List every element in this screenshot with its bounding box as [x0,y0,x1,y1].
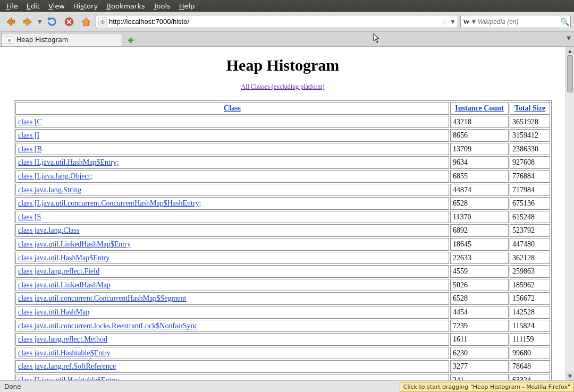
url-bar[interactable]: ◎ ☆ ▼ [96,15,458,28]
search-engine-dropdown[interactable]: ▼ [472,19,476,24]
tab-favicon-icon: ◎ [6,36,13,44]
total-size-cell: 362128 [510,252,550,265]
total-size-cell: 717984 [510,184,550,197]
reload-button[interactable] [45,14,60,29]
total-size-cell: 3651928 [510,116,550,129]
class-link[interactable]: class java.util.HashMap$Entry [18,254,109,262]
table-row: class java.lang.Class6892523792 [15,224,550,237]
class-link[interactable]: class java.lang.String [18,186,81,194]
tabs-dropdown[interactable]: ▼ [567,35,571,41]
class-link[interactable]: class java.lang.ref.SoftReference [18,362,116,370]
menu-bookmarks[interactable]: Bookmarks [102,1,149,11]
total-size-cell: 185962 [510,279,550,292]
menu-history[interactable]: History [69,1,102,11]
search-go-icon[interactable]: 🔍 [560,18,569,26]
total-size-cell: 927608 [510,156,550,169]
sort-size-header[interactable]: Total Size [514,104,545,112]
table-row: class java.lang.ref.SoftReference3277786… [15,360,550,373]
table-row: class java.util.HashMap$Entry22633362128 [15,252,550,265]
menu-file[interactable]: File [2,1,22,11]
recent-pages-dropdown[interactable]: ▼ [37,19,43,24]
table-row: class [Ljava.util.concurrent.ConcurrentH… [15,197,550,210]
class-link[interactable]: class [Ljava.util.HashMap$Entry; [18,158,119,166]
scroll-down-button[interactable]: ▼ [566,372,574,380]
table-row: class java.lang.String44874717984 [15,184,550,197]
total-size-cell: 78648 [510,360,550,373]
table-row: class java.util.concurrent.ConcurrentHas… [15,292,550,305]
instance-count-cell: 4559 [450,265,509,278]
total-size-cell: 99680 [510,347,550,360]
table-row: class [Ljava.util.HashMap$Entry;96349276… [15,156,550,169]
table-row: class [I86563159412 [15,129,550,142]
instance-count-cell: 241 [450,374,509,380]
table-row: class [Ljava.util.Hashtable$Entry;241633… [15,374,550,380]
search-input[interactable] [478,18,558,25]
total-size-cell: 615248 [510,211,550,224]
drag-hint-tooltip: Click to start dragging "Heap Histogram … [400,382,574,392]
instance-count-cell: 6855 [450,170,509,183]
search-engine-icon[interactable]: W [463,18,470,26]
stop-button[interactable] [62,14,77,29]
scroll-up-button[interactable]: ▲ [566,47,574,55]
class-link[interactable]: class [Ljava.lang.Object; [18,172,92,180]
scroll-thumb[interactable] [567,55,573,92]
all-classes-link[interactable]: All Classes (excluding platform) [241,83,325,90]
total-size-cell: 2386330 [510,143,550,156]
class-link[interactable]: class [B [18,145,42,153]
total-size-cell: 776884 [510,170,550,183]
class-link[interactable]: class [Ljava.util.Hashtable$Entry; [18,376,120,380]
class-link[interactable]: class java.util.LinkedHashMap$Entry [18,240,131,248]
instance-count-cell: 6528 [450,197,509,210]
tab-heap-histogram[interactable]: ◎ Heap Histogram [1,33,122,46]
menu-help[interactable]: Help [175,1,199,11]
back-button[interactable] [3,14,18,29]
menu-edit[interactable]: Edit [22,1,44,11]
class-link[interactable]: class java.lang.reflect.Method [18,335,107,343]
class-link[interactable]: class [I [18,131,39,139]
sort-class-header[interactable]: Class [224,104,241,112]
vertical-scrollbar[interactable]: ▲ ▼ [565,47,574,380]
bookmark-star-icon[interactable]: ☆ [441,18,448,26]
total-size-cell: 675136 [510,197,550,210]
total-size-cell: 111159 [510,333,550,346]
menubar: File Edit View History Bookmarks Tools H… [0,0,574,12]
page-content: Heap Histogram All Classes (excluding pl… [0,47,574,380]
url-input[interactable] [109,18,439,25]
table-row: class java.util.Hashtable$Entry623099680 [15,347,550,360]
class-link[interactable]: class java.util.HashMap [18,308,89,316]
class-link[interactable]: class [Ljava.util.concurrent.ConcurrentH… [18,199,201,207]
total-size-cell: 63324 [510,374,550,380]
sort-count-header[interactable]: Instance Count [455,104,503,112]
instance-count-cell: 6892 [450,224,509,237]
instance-count-cell: 3277 [450,360,509,373]
menu-tools[interactable]: Tools [149,1,175,11]
total-size-cell: 447480 [510,238,550,251]
table-row: class [Ljava.lang.Object;6855776884 [15,170,550,183]
instance-count-cell: 13709 [450,143,509,156]
total-size-cell: 523792 [510,224,550,237]
forward-button[interactable] [20,14,35,29]
table-row: class [S11370615248 [15,211,550,224]
instance-count-cell: 1611 [450,333,509,346]
menu-view[interactable]: View [44,1,69,11]
class-link[interactable]: class java.util.concurrent.ConcurrentHas… [18,294,186,302]
new-tab-button[interactable]: ✚ [124,35,137,46]
table-row: class java.lang.reflect.Field4559259863 [15,265,550,278]
url-history-dropdown[interactable]: ▼ [450,19,455,24]
class-link[interactable]: class java.lang.Class [18,226,79,234]
class-link[interactable]: class java.lang.reflect.Field [18,267,99,275]
class-link[interactable]: class java.util.Hashtable$Entry [18,349,111,357]
class-link[interactable]: class java.util.LinkedHashMap [18,281,111,289]
forward-arrow-icon [22,16,33,28]
class-link[interactable]: class [S [18,213,41,221]
total-size-cell: 142528 [510,306,550,319]
class-link[interactable]: class [C [18,118,42,126]
stop-icon [63,16,75,28]
class-link[interactable]: class java.util.concurrent.locks.Reentra… [18,322,198,330]
home-button[interactable] [79,14,94,29]
table-row: class java.util.LinkedHashMap5026185962 [15,279,550,292]
instance-count-cell: 5026 [450,279,509,292]
search-bar[interactable]: W ▼ 🔍 [460,15,571,28]
instance-count-cell: 6528 [450,292,509,305]
status-bar: Done Click to start dragging "Heap Histo… [0,380,574,392]
